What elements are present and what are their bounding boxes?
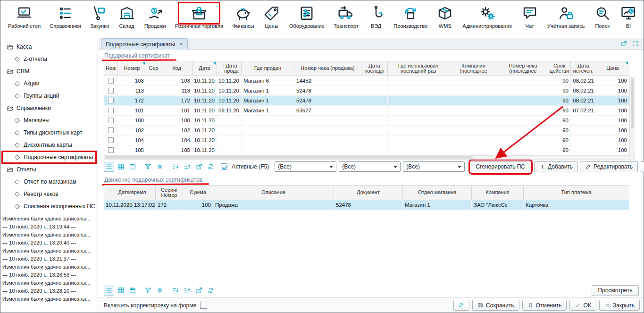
tree-item-references[interactable]: Справочники <box>2 102 96 114</box>
tree-item-stores[interactable]: Магазины <box>2 114 96 127</box>
column-header[interactable]: Сумма <box>183 185 213 200</box>
topbar-item-chat[interactable]: Чат <box>519 4 540 29</box>
certificate-row[interactable]: 10110110.11.2009.11.20Магазин 1635279007… <box>104 106 635 116</box>
certificate-row[interactable]: 10310310.11.2010.11.20Магазин 6144529008… <box>104 76 635 86</box>
vertical-scrollbar[interactable] <box>629 76 635 155</box>
certificate-row[interactable]: 10010010.11.2090100 <box>104 116 635 126</box>
tree-item-receipt-registry[interactable]: Реестр чеков <box>2 188 96 200</box>
topbar-item-purchases[interactable]: Закупки <box>88 4 111 29</box>
filter-icon[interactable] <box>143 162 153 172</box>
topbar-item-wms[interactable]: WMS <box>435 4 455 29</box>
generate-certificate-button[interactable]: Сгенерировать ПС <box>471 161 531 172</box>
tree-item-promotion-groups[interactable]: Группы акций <box>2 90 96 102</box>
row-checkbox[interactable] <box>108 98 114 103</box>
tab-gift-certificates[interactable]: Подарочные сертификаты × <box>101 38 188 50</box>
column-header[interactable]: Описание <box>213 185 334 200</box>
row-checkbox[interactable] <box>108 137 114 143</box>
tree-item-spoiled-certificates[interactable]: Списания испорченных ПС <box>2 200 96 212</box>
column-header[interactable]: Код <box>161 61 192 76</box>
tree-item-z-reports[interactable]: Z-отчеты <box>2 53 96 65</box>
view-list-icon[interactable] <box>104 162 114 172</box>
close-button[interactable]: Закрыть <box>599 300 640 311</box>
tree-item-gift-certificates[interactable]: Подарочные сертификаты <box>2 151 96 163</box>
column-header[interactable]: Где использован последний раз <box>388 61 449 76</box>
topbar-item-ved[interactable]: ВЭД <box>366 4 386 29</box>
topbar-item-directories[interactable]: Справочники <box>48 4 83 29</box>
edit-button[interactable]: Редактировать <box>580 161 638 172</box>
open-window-icon[interactable] <box>194 286 204 296</box>
row-checkbox[interactable] <box>108 78 114 84</box>
column-header[interactable]: Дата истечен, <box>571 61 596 76</box>
tree-item-reports[interactable]: Отчеты <box>2 163 96 176</box>
tree-item-kassa[interactable]: Касса <box>2 41 96 53</box>
settings-icon[interactable] <box>155 162 165 172</box>
column-header[interactable]: Тип платежа <box>524 185 629 200</box>
refresh-icon[interactable] <box>206 286 216 296</box>
topbar-item-account[interactable]: Учётная запись <box>545 4 587 29</box>
ok-button[interactable]: ОК <box>569 300 596 311</box>
view-list-icon[interactable] <box>104 286 114 296</box>
topbar-item-prices[interactable]: Цены <box>261 4 282 29</box>
column-header[interactable]: Дата/время <box>104 185 156 200</box>
column-header[interactable]: Документ <box>334 185 403 200</box>
certificate-row[interactable]: 11311310.11.2010.11.20Магазин 1524789008… <box>104 86 635 96</box>
horizontal-scrollbar[interactable] <box>104 155 635 160</box>
save-button[interactable]: Сохранить <box>472 300 519 311</box>
filter-icon[interactable] <box>143 286 153 296</box>
tree-item-discount-card-types[interactable]: Типы дисконтных карт <box>2 127 96 139</box>
correction-checkbox[interactable] <box>200 302 207 309</box>
filter-dropdown-1[interactable]: (Все) <box>275 161 336 172</box>
sort-list-alt-icon[interactable] <box>182 162 192 172</box>
column-header[interactable]: Неак <box>104 61 118 76</box>
certificate-row[interactable]: 10210210.11.2090100 <box>104 126 635 135</box>
expand-icon[interactable] <box>632 40 639 47</box>
topbar-item-sales[interactable]: Продажи <box>142 4 168 29</box>
column-header[interactable]: Номер чека (продажа) <box>294 61 361 76</box>
tree-item-crm[interactable]: CRM <box>2 65 96 77</box>
topbar-item-transport[interactable]: Транспорт <box>332 4 360 29</box>
topbar-item-production[interactable]: Производство <box>392 4 429 29</box>
topbar-item-search[interactable]: Поиск <box>592 4 613 29</box>
settings-icon[interactable] <box>155 286 165 296</box>
row-checkbox[interactable] <box>108 108 114 113</box>
view-button[interactable]: Просмотреть <box>592 285 639 296</box>
column-header[interactable]: Срок действия, <box>548 61 571 76</box>
calendar-icon[interactable] <box>127 286 138 296</box>
column-header[interactable]: Сер <box>146 61 161 76</box>
refresh-button[interactable] <box>453 300 469 311</box>
add-button[interactable]: Добавить <box>534 161 578 172</box>
topbar-item-retail[interactable]: Розничная торговля <box>173 4 225 29</box>
column-header[interactable]: Компания (последнее <box>449 61 498 76</box>
row-checkbox[interactable] <box>108 88 114 93</box>
column-header[interactable]: Отдел магазина <box>403 185 472 200</box>
column-header[interactable]: Дата <box>192 61 217 76</box>
column-header[interactable]: Где продан <box>242 61 294 76</box>
view-grid-icon[interactable] <box>116 286 126 296</box>
column-header[interactable]: Номер <box>118 61 146 76</box>
row-checkbox[interactable] <box>108 127 114 133</box>
column-header[interactable]: Дата последн <box>361 61 388 76</box>
column-header[interactable]: Дата прода <box>217 61 242 76</box>
topbar-item-equipment[interactable]: Оборудование <box>287 4 326 29</box>
row-checkbox[interactable] <box>108 118 114 123</box>
topbar-item-finance[interactable]: Финансы <box>230 4 256 29</box>
row-checkbox[interactable] <box>108 147 114 153</box>
cancel-button[interactable]: Отменить <box>522 300 567 311</box>
topbar-item-warehouse[interactable]: Склад <box>117 4 137 29</box>
column-header[interactable]: Цена <box>596 61 629 76</box>
certificate-row[interactable]: 17217210.11.2010.11.20Магазин 1524789008… <box>104 96 635 106</box>
sort-list-icon[interactable] <box>170 286 181 296</box>
partial-button[interactable] <box>640 161 644 172</box>
column-header[interactable]: Серия/ Номер <box>156 185 183 200</box>
filter-dropdown-2[interactable]: (Все) <box>339 161 401 172</box>
filter-dropdown-3[interactable]: (Все) <box>403 161 465 172</box>
column-header[interactable]: Компания <box>472 185 524 200</box>
refresh-icon[interactable] <box>206 162 216 172</box>
certificate-row[interactable]: 10510510.11.2090100 <box>104 145 635 155</box>
sort-list-alt-icon[interactable] <box>182 286 192 296</box>
open-window-icon[interactable] <box>194 162 204 172</box>
column-header[interactable]: Номер чека (последнее <box>498 61 548 76</box>
tree-item-discount-cards[interactable]: Дисконтные карты <box>2 139 96 151</box>
calendar-icon[interactable] <box>127 162 138 172</box>
movement-row[interactable]: 10.11.2020 13:17:02172100Продажа52478Маг… <box>104 200 629 210</box>
